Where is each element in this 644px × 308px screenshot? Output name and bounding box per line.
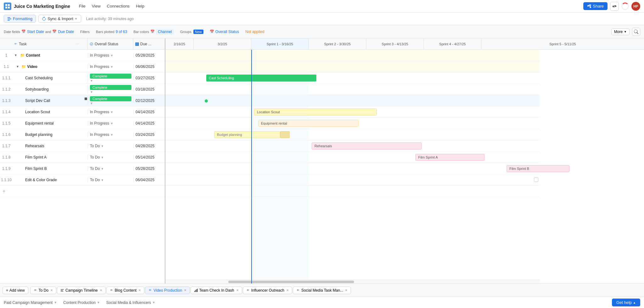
ws-content-production[interactable]: Content Production ▼	[63, 300, 100, 305]
svg-rect-12	[61, 290, 63, 291]
row-video: 1.1 ▼ 📁 Video In Progress ▼ 06/06/2025	[0, 61, 165, 72]
tab-team-check-in[interactable]: Team Check In Dash ✕	[191, 287, 242, 294]
row-budget: 1.1.6 Budget planning In Progress ▼ 03/2…	[0, 129, 165, 140]
not-applied[interactable]: Not applied	[245, 30, 264, 34]
workspace-bar: Paid Campaign Management ▼ Content Produ…	[0, 297, 644, 308]
svg-rect-8	[8, 19, 11, 19]
bars-count[interactable]: 9 of 63	[116, 30, 127, 34]
row-equipment: 1.1.5 Equipment rental In Progress ▼ 04/…	[0, 118, 165, 129]
filter-right: More ▼	[611, 28, 640, 36]
gantt-header: 2/16/25 3/2/25 Sprint 1 - 3/16/25 Sprint…	[165, 38, 644, 49]
task-col-menu[interactable]: ⋯	[75, 42, 79, 46]
content-group-bar	[165, 52, 540, 59]
row-cast-scheduling: 1.1.1 Cast Scheduling Complete ▼ 03/27/2…	[0, 72, 165, 84]
svg-rect-9	[8, 20, 10, 20]
channel-filter[interactable]: Channel	[156, 29, 174, 35]
overall-status-group: 📅 Overall Status	[210, 30, 239, 34]
nav-help[interactable]: Help	[133, 3, 147, 10]
search-button[interactable]	[632, 28, 640, 36]
row-film-sprint-b: 1.1.9 Film Sprint B To Do ▼ 05/28/2025	[0, 163, 165, 174]
groups-group: Groups New	[180, 30, 203, 34]
gantt-row-edit	[165, 174, 540, 186]
svg-rect-13	[61, 291, 64, 292]
svg-rect-1	[8, 4, 10, 6]
status-storyboard: Complete ▼	[88, 85, 133, 94]
nav-connections[interactable]: Connections	[104, 3, 132, 10]
due-date-filter[interactable]: Due Date	[58, 30, 74, 34]
bar-script-dot	[205, 99, 208, 103]
get-help-button[interactable]: Get help ▲	[612, 299, 640, 306]
nav-file[interactable]: File	[76, 3, 88, 10]
sync-import-button[interactable]: Sync & Import ▼	[38, 15, 81, 23]
top-right: Share HP	[583, 2, 640, 11]
toolbar: Formatting Sync & Import ▼ Last activity…	[0, 13, 644, 25]
status-edit: To Do ▼	[88, 178, 133, 182]
more-button[interactable]: More ▼	[611, 28, 630, 35]
bar-rehearsals[interactable]: Rehearsals	[312, 143, 422, 149]
sprint-header-3: Sprint 2 - 3/30/25	[309, 38, 366, 49]
add-row-button[interactable]: +	[0, 186, 165, 197]
ws-paid-campaigns[interactable]: Paid Campaign Management ▼	[4, 300, 57, 305]
gantt-row-film-b: Film Sprint B	[165, 163, 540, 174]
bar-cast-scheduling[interactable]: Cast Scheduling	[206, 75, 316, 81]
gantt-panel: Cast Scheduling Location Scout	[165, 50, 644, 283]
scrollbar-thumb[interactable]	[228, 281, 354, 283]
top-header: Juice Co Marketing Engine File View Conn…	[0, 0, 644, 13]
svg-rect-16	[196, 289, 197, 292]
status-rehearsals: To Do ▼	[88, 144, 133, 148]
gantt-row-script	[165, 95, 540, 106]
today-line	[251, 50, 252, 283]
num-col-header	[0, 38, 13, 49]
date-fields-group: Date fields 📅 Start Date and 📅 Due Date	[4, 30, 74, 34]
status-content: In Progress ▼	[88, 53, 133, 58]
row-location-scout: 1.1.4 Location Scout In Progress ▼ 04/14…	[0, 106, 165, 118]
status-col-header: Overall Status	[88, 38, 133, 49]
bar-location-scout[interactable]: Location Scout	[254, 109, 377, 115]
horizontal-scrollbar[interactable]	[165, 280, 540, 283]
gantt-row-budget: Budget planning	[165, 129, 540, 140]
expand-content[interactable]: ▼	[13, 53, 19, 57]
add-view-tab[interactable]: + Add view	[3, 287, 28, 294]
start-date-filter[interactable]: Start Date	[27, 30, 44, 34]
tab-campaign-timeline[interactable]: Campaign Timeline ✕	[57, 287, 106, 294]
link-button[interactable]	[610, 2, 619, 11]
nav-view[interactable]: View	[89, 3, 103, 10]
tab-blog-content[interactable]: Blog Content ✕	[106, 287, 144, 294]
ws-social-media[interactable]: Social Media & Influencers ▼	[106, 300, 155, 305]
svg-point-5	[590, 5, 591, 6]
tab-bar: + Add view To Do ✕ Campaign Timeline ✕ B…	[0, 283, 644, 297]
svg-rect-11	[61, 289, 64, 290]
data-area: 1 ▼ 📁 Content In Progress ▼ 05/28/2025 1…	[0, 50, 644, 283]
share-button[interactable]: Share	[583, 2, 608, 10]
row-script-dev: 1.1.3 Script Dev Call Complete ▼ 02/12/2…	[0, 95, 165, 106]
formatting-button[interactable]: Formatting	[4, 15, 36, 23]
sprint-header-1: 3/2/25	[194, 38, 251, 49]
gantt-row-storyboard	[165, 84, 540, 95]
overall-status-filter[interactable]: Overall Status	[215, 30, 239, 34]
status-video: In Progress ▼	[88, 64, 133, 69]
sprint-header-5: Sprint 4 - 4/27/25	[424, 38, 481, 49]
expand-video[interactable]: ▼	[13, 65, 19, 68]
svg-point-6	[588, 6, 589, 7]
row-storyboarding: 1.1.2 Sotryboarding Complete ▼ 03/18/202…	[0, 84, 165, 95]
gantt-row-rehearsals: Rehearsals	[165, 140, 540, 152]
gantt-row-film-a: Film Sprint A	[165, 152, 540, 163]
gantt-row-equipment: Equipment rental	[165, 118, 540, 129]
edit-small-icon	[534, 177, 538, 182]
tab-influencer-outreach[interactable]: Influencer Outreach ✕	[243, 287, 292, 294]
bar-film-sprint-a[interactable]: Film Sprint A	[415, 154, 485, 161]
row-film-sprint-a: 1.1.8 Film Sprint A To Do ▼ 05/14/2025	[0, 152, 165, 163]
svg-rect-7	[8, 17, 10, 18]
tab-todo[interactable]: To Do ✕	[30, 287, 56, 294]
bar-film-sprint-b[interactable]: Film Sprint B	[507, 165, 569, 172]
svg-rect-17	[197, 288, 198, 292]
bar-equipment-rental[interactable]: Equipment rental	[258, 120, 359, 127]
status-cast: Complete ▼	[88, 74, 133, 82]
sprint-header-6: Sprint 5 - 5/11/25	[481, 38, 644, 49]
tab-video-production[interactable]: Video Production ✕	[145, 287, 190, 294]
bar-budget-planning[interactable]: Budget planning	[214, 131, 280, 138]
row-rehearsals: 1.1.7 Rehearsals To Do ▼ 04/28/2025	[0, 140, 165, 152]
tab-social-media[interactable]: Social Media Task Man... ✕	[293, 287, 351, 294]
gantt-inner: Cast Scheduling Location Scout	[165, 50, 540, 283]
due-col-header: Due ...	[133, 38, 165, 49]
